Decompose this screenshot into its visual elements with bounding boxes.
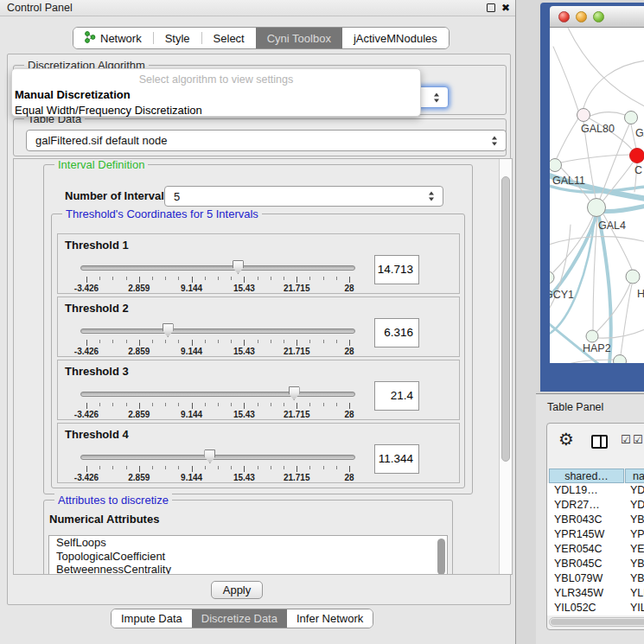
tick-mark	[165, 340, 166, 343]
slider-track[interactable]	[80, 455, 355, 460]
network-edge[interactable]	[553, 47, 578, 111]
zoom-traffic-light-icon[interactable]	[593, 11, 604, 22]
slider-thumb[interactable]	[163, 323, 174, 337]
network-node-gal11[interactable]	[550, 159, 562, 172]
network-edge-highlighted[interactable]	[600, 206, 644, 212]
slider-track[interactable]	[80, 328, 355, 334]
tab-jactivemnodules[interactable]: jActiveMNodules	[342, 28, 449, 48]
checkbox-icon[interactable]: ☑	[633, 434, 643, 446]
table-data-combo[interactable]: galFiltered.sif default node	[26, 130, 507, 151]
network-edge[interactable]	[597, 328, 644, 338]
network-graph: GAL80GACGAL11GAL4GCY1HHAP2	[550, 28, 644, 363]
settings-scrollbar-thumb[interactable]	[501, 176, 510, 462]
table-row[interactable]: YIL052CYIL0	[547, 601, 644, 615]
table-row[interactable]: YDL19…YDL1	[547, 483, 644, 498]
number-of-intervals-combo[interactable]: 5	[164, 186, 443, 207]
table-row[interactable]: YLR345WYLR3	[547, 586, 644, 601]
tick-mark	[86, 403, 87, 409]
settings-scrollbar[interactable]	[499, 159, 512, 574]
network-edge[interactable]	[557, 118, 578, 158]
table-row[interactable]: YBR045CYBR0	[547, 557, 644, 571]
network-edge[interactable]	[621, 284, 632, 355]
network-edge[interactable]	[593, 217, 597, 330]
column-header[interactable]: shared…	[549, 469, 624, 483]
network-node-hap2[interactable]	[586, 330, 598, 342]
tab-network[interactable]: Network	[73, 28, 153, 48]
threshold-value-field[interactable]: 11.344	[374, 444, 419, 474]
minimize-traffic-light-icon[interactable]	[576, 11, 587, 22]
slider[interactable]: -3.4262.8599.14415.4321.71528	[80, 450, 355, 482]
table-row[interactable]: YBL079WYBL0	[547, 571, 644, 586]
slider-thumb[interactable]	[289, 386, 300, 400]
slider-thumb[interactable]	[233, 260, 244, 274]
table-row[interactable]: YPR145WYPR1	[547, 527, 644, 542]
table-cell: YBL0	[630, 571, 644, 586]
close-traffic-light-icon[interactable]	[558, 11, 570, 22]
network-edge[interactable]	[550, 360, 616, 363]
list-scrollbar-thumb[interactable]	[437, 539, 445, 574]
network-window-titlebar[interactable]	[550, 6, 644, 28]
network-node-label: GAL80	[581, 123, 615, 135]
column-header[interactable]: na	[625, 469, 644, 483]
network-node[interactable]	[614, 355, 627, 364]
network-edge[interactable]	[600, 124, 629, 199]
network-edge[interactable]	[590, 112, 625, 116]
slider-thumb[interactable]	[204, 450, 215, 463]
number-of-intervals-value: 5	[174, 187, 180, 207]
dropdown-item-manual-discretization[interactable]: Manual Discretization	[12, 88, 420, 101]
bottom-tab-impute-data[interactable]: Impute Data	[112, 609, 192, 628]
bottom-tab-infer-network[interactable]: Infer Network	[287, 609, 373, 628]
tick-mark	[99, 403, 100, 406]
gear-icon[interactable]: ⚙	[558, 430, 574, 448]
slider-track[interactable]	[80, 392, 355, 397]
threshold-value-field[interactable]: 6.316	[374, 318, 419, 348]
attribute-list-item[interactable]: TopologicalCoefficient	[49, 550, 447, 564]
tick-mark	[99, 340, 100, 343]
network-node-gal80[interactable]	[577, 109, 590, 122]
checkbox-icon[interactable]: ☑	[621, 434, 631, 446]
slider[interactable]: -3.4262.8599.14415.4321.71528	[80, 386, 355, 419]
apply-button[interactable]: Apply	[211, 581, 263, 599]
network-edge-highlighted[interactable]	[550, 216, 596, 299]
threshold-panel: Threshold 2-3.4262.8599.14415.4321.71528…	[57, 296, 460, 357]
numerical-attributes-list[interactable]: SelfLoopsTopologicalCoefficientBetweenne…	[48, 535, 448, 574]
close-icon[interactable]: ✖	[501, 1, 510, 16]
tab-style[interactable]: Style	[154, 28, 201, 48]
slider[interactable]: -3.4262.8599.14415.4321.71528	[80, 260, 355, 293]
bottom-tab-discretize-data[interactable]: Discretize Data	[192, 609, 287, 628]
network-canvas[interactable]: GAL80GACGAL11GAL4GCY1HHAP2	[550, 28, 644, 363]
tab-label: Network	[100, 32, 142, 45]
slider-track[interactable]	[80, 265, 355, 271]
network-edge[interactable]	[567, 28, 644, 107]
table-row[interactable]: YBR043CYBR0	[547, 513, 644, 527]
bottom-tab-label: Infer Network	[296, 612, 363, 625]
table-row[interactable]: YER054CYER0	[547, 542, 644, 557]
network-node-gal4[interactable]	[588, 199, 606, 217]
column-layout-icon[interactable]	[591, 435, 608, 449]
tab-select[interactable]: Select	[202, 28, 256, 48]
network-node-gcy1[interactable]	[550, 271, 554, 284]
table-hscrollbar[interactable]	[549, 617, 644, 627]
network-edge[interactable]	[550, 237, 644, 245]
attribute-list-item[interactable]: SelfLoops	[49, 536, 447, 550]
tick-mark	[112, 340, 113, 343]
threshold-value-field[interactable]: 21.4	[374, 381, 419, 411]
attribute-list-item[interactable]: BetweennessCentrality	[49, 563, 447, 574]
float-window-icon[interactable]	[487, 3, 495, 12]
slider[interactable]: -3.4262.8599.14415.4321.71528	[80, 323, 355, 356]
network-node-label: C	[634, 164, 642, 176]
network-node-h[interactable]	[626, 270, 640, 284]
network-edge-highlighted[interactable]	[599, 217, 611, 363]
tick-label: 21.715	[277, 473, 316, 482]
network-node-c[interactable]	[630, 149, 644, 163]
threshold-value-field[interactable]: 14.713	[374, 255, 419, 284]
dropdown-item-equal-width[interactable]: Equal Width/Frequency Discretization	[12, 104, 420, 117]
table-row[interactable]: YDR27…YDR2	[547, 498, 644, 513]
table-hscrollbar-thumb[interactable]	[551, 619, 644, 625]
combo-stepper-icon	[492, 136, 499, 145]
tick-mark	[309, 277, 310, 280]
network-edge[interactable]	[561, 155, 630, 163]
network-node-ga[interactable]	[625, 112, 638, 124]
tab-cyni-toolbox[interactable]: Cyni Toolbox	[256, 28, 342, 48]
tick-mark	[86, 340, 87, 346]
